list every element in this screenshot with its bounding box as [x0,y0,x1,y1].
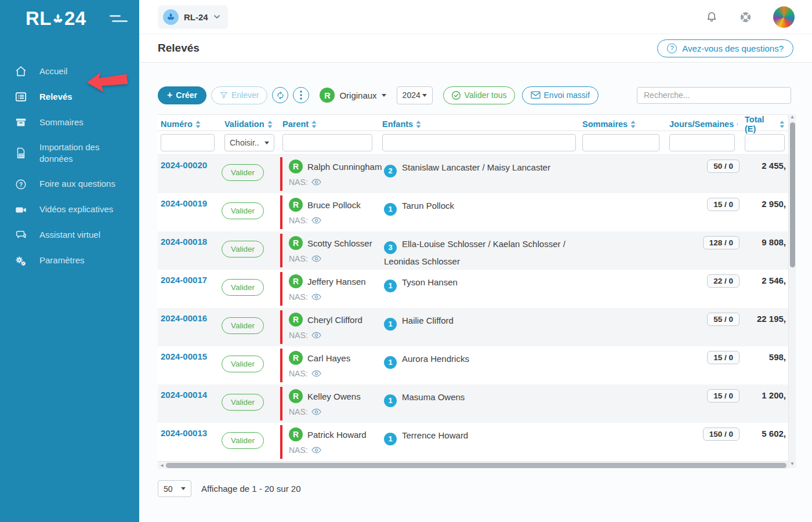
total-amount: 2 455, [762,161,786,171]
column-header-parent[interactable]: Parent [280,119,379,129]
scroll-left-arrow[interactable]: ◄ [158,463,166,468]
total-amount: 1 200, [762,390,786,400]
releve-number-link[interactable]: 2024-00018 [161,237,207,246]
releve-number-link[interactable]: 2024-00016 [161,313,207,323]
eye-icon[interactable] [311,179,321,186]
type-selector[interactable]: R Originaux [320,88,386,103]
sidebar-item-sommaires[interactable]: Sommaires [0,110,139,135]
valider-button[interactable]: Valider [222,202,264,219]
remove-button[interactable]: Enlever [211,86,267,104]
eye-icon[interactable] [311,370,321,377]
nas-label: NAS: [289,292,308,302]
filter-validation-select[interactable]: Choisir.. [224,134,274,151]
children-count-badge: 1 [384,356,397,369]
sidebar-item-videos[interactable]: Vidéos explicatives [0,197,139,223]
filter-jours-input[interactable] [669,134,735,151]
more-options-button[interactable] [293,87,309,103]
sort-icon [195,121,201,128]
releve-number-link[interactable]: 2024-00015 [161,351,207,361]
children-names: Hailie Clifford [402,316,454,325]
valider-button[interactable]: Valider [222,241,264,258]
children-names: Ella-Louise Schlosser / Kaelan Schlosser… [384,239,566,266]
releve-type-badge: R [320,88,335,103]
column-header-jours-semaines[interactable]: Jours/Semaines [666,119,742,129]
column-header-numero[interactable]: Numéro [158,119,222,129]
workspace-selector[interactable]: RL-24 [158,5,228,29]
page-size-select[interactable]: 50 [158,480,191,497]
type-label: Originaux [339,90,376,100]
children-count-badge: 1 [384,394,397,407]
logo-text-left: RL [26,8,52,30]
sidebar-item-parametres[interactable]: Paramètres [0,248,139,274]
check-circle-icon [451,90,461,100]
table-row: 2024-00019 Valider R Bruce Pollock NAS: … [158,193,788,231]
column-header-sommaires[interactable]: Sommaires [579,119,666,129]
releve-number-link[interactable]: 2024-00020 [161,160,207,170]
days-weeks-badge: 15 / 0 [707,389,740,403]
column-header-total[interactable]: Total (E) [742,115,788,133]
scroll-down-arrow[interactable]: ▼ [790,461,795,468]
support-button[interactable] [739,10,752,24]
sidebar-item-importation[interactable]: Importation des données [0,135,139,172]
horizontal-scroll-thumb[interactable] [166,463,786,468]
nas-label: NAS: [289,216,308,225]
sidebar-item-label: Sommaires [39,117,84,128]
valider-button[interactable]: Valider [222,317,264,334]
sidebar: RL 24 Accueil Relevés Sommaires Importat… [0,0,139,522]
releve-number-link[interactable]: 2024-00017 [161,275,207,285]
search-input[interactable] [637,87,791,104]
sidebar-item-label: Importation des données [39,142,126,165]
valider-button[interactable]: Valider [222,432,264,449]
valider-button[interactable]: Valider [222,164,264,181]
parent-name: Cheryl Clifford [307,315,362,325]
releve-type-badge: R [289,389,303,403]
column-header-validation[interactable]: Validation [222,119,280,129]
column-header-enfants[interactable]: Enfants [379,119,579,129]
home-icon [14,65,28,78]
create-button[interactable]: + Créer [158,86,206,104]
svg-text:?: ? [19,181,23,187]
valider-button[interactable]: Valider [222,356,264,372]
total-amount: 2 950, [762,199,786,209]
children-count-badge: 1 [384,280,397,292]
sommaires-cell [579,270,666,308]
children-count-badge: 3 [384,241,397,254]
notifications-button[interactable] [705,10,718,24]
refresh-button[interactable] [272,87,288,103]
sidebar-item-faq[interactable]: ? Foire aux questions [0,172,139,197]
validate-all-button[interactable]: Valider tous [443,86,515,104]
releve-number-link[interactable]: 2024-00014 [161,390,207,400]
refresh-icon [276,91,285,100]
children-count-badge: 1 [384,318,397,331]
filter-enfants-input[interactable] [382,134,576,151]
valider-button[interactable]: Valider [222,279,264,296]
eye-icon[interactable] [311,332,321,339]
vertical-scrollbar[interactable]: ▲ ▼ [788,114,796,468]
eye-icon[interactable] [311,408,321,415]
filter-sommaires-input[interactable] [582,134,659,151]
eye-icon[interactable] [311,255,321,262]
eye-icon[interactable] [311,293,321,300]
importation-icon [14,147,28,160]
scroll-up-arrow[interactable]: ▲ [790,114,795,121]
sort-icon [780,121,785,128]
user-avatar[interactable] [773,6,795,28]
bell-icon [705,10,718,24]
menu-icon[interactable] [107,13,130,24]
valider-button[interactable]: Valider [222,394,264,411]
eye-icon[interactable] [311,447,321,454]
help-questions-button[interactable]: ? Avez-vous des questions? [657,39,793,57]
filter-numero-input[interactable] [161,134,215,151]
days-weeks-badge: 22 / 0 [707,274,740,288]
sidebar-item-assistant[interactable]: Assistant virtuel [0,223,139,248]
mass-send-button[interactable]: Envoi massif [522,86,599,104]
releve-number-link[interactable]: 2024-00019 [161,198,207,208]
releve-number-link[interactable]: 2024-00013 [161,428,207,438]
year-select[interactable]: 2024 [397,86,433,104]
horizontal-scrollbar[interactable]: ◄ [158,461,788,469]
filter-parent-input[interactable] [282,134,372,151]
filter-total-input[interactable] [745,134,785,151]
children-names: Aurora Hendricks [402,354,469,364]
vertical-scroll-thumb[interactable] [790,122,795,267]
eye-icon[interactable] [311,217,321,224]
